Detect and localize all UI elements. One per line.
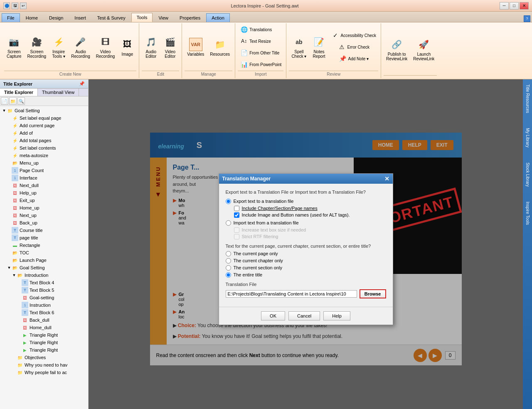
tab-properties[interactable]: Properties: [174, 13, 206, 22]
audio-editor-button[interactable]: 🎵 AudioEditor: [142, 34, 160, 60]
tree-item-home-dull[interactable]: 🖼 Home_dull: [1, 324, 87, 331]
error-check-button[interactable]: ⚠ Error Check: [329, 42, 379, 52]
tree-item-add-total-pages[interactable]: ⚡ Add total pages: [1, 137, 87, 144]
tree-item-why-need[interactable]: 📁 Why you need to hav: [1, 361, 87, 369]
add-note-button[interactable]: 📌 Add Note ▾: [329, 53, 379, 64]
video-editor-button[interactable]: 🎬 VideoEditor: [161, 34, 179, 60]
tree-item-page-count[interactable]: 1 Page Count: [1, 167, 87, 174]
help-icon[interactable]: ?: [524, 15, 530, 22]
include-image-checkbox[interactable]: [234, 212, 239, 218]
tree-item-page-title[interactable]: T page title: [1, 234, 87, 241]
scope-chapter-radio[interactable]: [226, 258, 231, 264]
tree-item-triangle-2[interactable]: ▶ Triangle Right: [1, 339, 87, 346]
tree-item-menu-up[interactable]: 📂 Menu_up: [1, 159, 87, 167]
accessibility-check-icon: ✓: [331, 31, 340, 39]
tree-item-rectangle[interactable]: ▬ Rectangle: [1, 241, 87, 249]
undo-icon[interactable]: ↩: [20, 2, 27, 9]
tree-item-next-up[interactable]: 🖼 Next_up: [1, 212, 87, 219]
tab-home[interactable]: Home: [20, 13, 43, 22]
panel-tabs: Title Explorer Thumbnail View: [0, 89, 88, 96]
ok-button[interactable]: OK: [261, 311, 285, 320]
tree-item-goal-setting-sub[interactable]: ▼ 📂 Goal Setting: [1, 264, 87, 271]
tab-action[interactable]: Action: [206, 13, 230, 22]
spell-check-button[interactable]: ab SpellCheck ▾: [289, 34, 309, 60]
my-library-label[interactable]: My Library: [524, 125, 531, 151]
screen-capture-button[interactable]: 📷 ScreenCapture: [4, 34, 24, 60]
tree-item-text-block-5[interactable]: T Text Block 5: [1, 286, 87, 294]
tree-item-text-block-6[interactable]: T Text Block 6: [1, 309, 87, 316]
screen-recording-button[interactable]: 🎥 ScreenRecording: [25, 34, 49, 60]
tree-item-objectives[interactable]: 📁 Objectives: [1, 354, 87, 361]
tree-item-why-fail[interactable]: 📁 Why people fail to ac: [1, 369, 87, 376]
import-radio[interactable]: [226, 220, 231, 226]
tab-insert[interactable]: Insert: [69, 13, 91, 22]
tree-item-triangle-1[interactable]: ▶ Triangle Right: [1, 331, 87, 339]
variables-button[interactable]: VAR Variables: [185, 34, 207, 59]
tree-item-set-label-contents[interactable]: ⚡ Set label contents: [1, 144, 87, 152]
tab-design[interactable]: Design: [44, 13, 69, 22]
close-button[interactable]: ✕: [520, 2, 529, 10]
tab-test[interactable]: Test & Survey: [92, 13, 131, 22]
tree-item-next-dull[interactable]: 🖼 Next_dull: [1, 182, 87, 189]
toolbar-btn-1[interactable]: 📄: [1, 97, 8, 105]
accessibility-check-button[interactable]: ✓ Accessibility Check: [329, 30, 379, 41]
browse-button[interactable]: Browse: [360, 289, 386, 298]
tree-item-triangle-3[interactable]: ▶ Triangle Right: [1, 346, 87, 354]
notes-report-button[interactable]: 📝 NotesReport: [310, 34, 328, 60]
tree-item-interface[interactable]: 1 Interface: [1, 174, 87, 182]
tree-item-set-label[interactable]: ⚡ Set label equal page: [1, 114, 87, 122]
toolbar-btn-2[interactable]: 📁: [9, 97, 17, 105]
save-icon[interactable]: 🖫: [12, 2, 18, 9]
ribbon-group-import: 🌐 Translations A↕ Text Resize 📄 From Oth…: [235, 23, 286, 78]
tree-item-exit-up[interactable]: 🖼 Exit_up: [1, 197, 87, 204]
tab-view[interactable]: View: [153, 13, 174, 22]
title-resources-label[interactable]: Title Resources: [524, 81, 531, 116]
tree-item-text-block-4[interactable]: T Text Block 4: [1, 279, 87, 286]
tree-item-add-current-page[interactable]: ⚡ Add current page: [1, 122, 87, 129]
inspire-tools-button[interactable]: ⚡ InspireTools ▾: [49, 34, 68, 60]
from-powerpoint-button[interactable]: 📊 From PowerPoint: [238, 59, 283, 70]
tree-item-help-up[interactable]: 🖼 Help_up: [1, 189, 87, 197]
tab-tools[interactable]: Tools: [131, 13, 153, 22]
pin-icon[interactable]: 📌: [79, 81, 85, 86]
launch-reviewlink-button[interactable]: 🚀 LaunchReviewLink: [411, 36, 437, 63]
stock-library-label[interactable]: Stock Library: [524, 159, 531, 190]
publish-reviewlink-button[interactable]: 🔗 Publish toReviewLink: [384, 36, 410, 63]
tab-thumbnail-view[interactable]: Thumbnail View: [38, 89, 79, 96]
resources-button[interactable]: 📁 Resources: [207, 34, 232, 59]
tree-item-course-title[interactable]: T Course title: [1, 227, 87, 234]
tree-item-toc[interactable]: 📂 TOC: [1, 249, 87, 256]
include-chapter-checkbox[interactable]: [234, 206, 239, 211]
maximize-button[interactable]: □: [510, 2, 519, 10]
minimize-button[interactable]: ─: [500, 2, 509, 10]
scope-title-radio[interactable]: [226, 272, 231, 278]
audio-recording-button[interactable]: 🎤 AudioRecording: [69, 34, 93, 60]
from-other-title-button[interactable]: 📄 From Other Title: [238, 47, 281, 58]
inspire-tools-label[interactable]: Inspire Tools: [524, 198, 531, 228]
tree-item-back-dull[interactable]: 🖼 Back_dull: [1, 316, 87, 324]
tree-item-launch-page[interactable]: 📂 Launch Page: [1, 256, 87, 264]
tree-item-meta-autosize[interactable]: ⚡ meta-autosize: [1, 152, 87, 159]
scope-page-radio[interactable]: [226, 251, 231, 256]
tab-file[interactable]: File: [2, 13, 20, 22]
tree-item-add-of[interactable]: ⚡ Add of: [1, 129, 87, 137]
increase-text-item: Increase text box size if needed: [234, 227, 386, 233]
translations-button[interactable]: 🌐 Translations: [238, 24, 274, 35]
toolbar-btn-3[interactable]: 🔍: [17, 97, 25, 105]
text-resize-button[interactable]: A↕ Text Resize: [238, 36, 273, 47]
help-button-modal[interactable]: Help: [323, 311, 350, 320]
tree-item-instruction[interactable]: 1 Instruction: [1, 301, 87, 309]
tree-item-goal-setting-root[interactable]: ▼ 📁 Goal Setting: [1, 107, 87, 114]
cancel-button[interactable]: Cancel: [288, 311, 320, 320]
export-radio[interactable]: [226, 199, 231, 204]
scope-section-radio[interactable]: [226, 265, 231, 271]
tab-title-explorer[interactable]: Title Explorer: [0, 89, 38, 96]
tree-item-goal-setting-img[interactable]: 🖼 Goal-setting: [1, 294, 87, 301]
file-path-input[interactable]: [226, 290, 357, 298]
tree-item-home-up[interactable]: 🖼 Home_up: [1, 204, 87, 212]
video-recording-button[interactable]: 🎞 VideoRecording: [94, 34, 118, 60]
modal-close-button[interactable]: ✕: [384, 175, 389, 182]
image-button[interactable]: 🖼 Image: [118, 34, 136, 59]
tree-item-back-up[interactable]: 🖼 Back_up: [1, 219, 87, 227]
tree-item-introduction[interactable]: ▼ 📂 Introduction: [1, 271, 87, 279]
